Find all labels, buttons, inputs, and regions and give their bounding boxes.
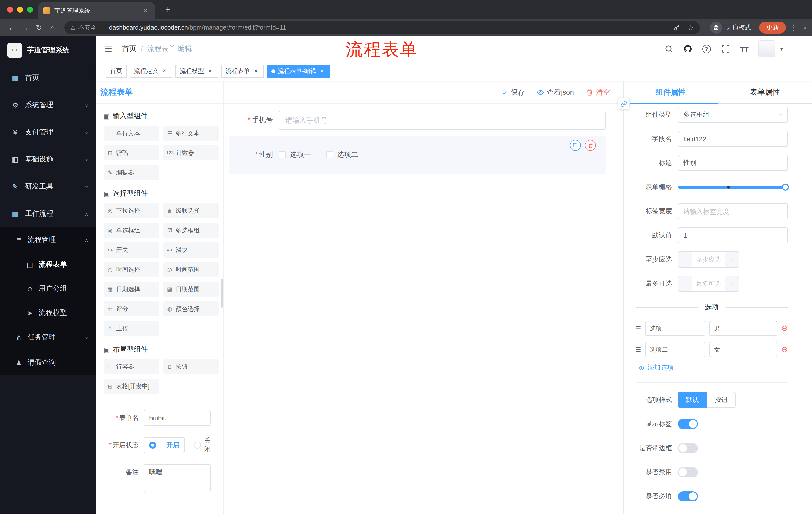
close-window-button[interactable]: [7, 6, 13, 12]
sidebar-item-user-group[interactable]: ☺ 用户分组: [0, 277, 96, 301]
palette-item-counter[interactable]: 123计数器: [163, 145, 219, 160]
switch-disabled[interactable]: [678, 467, 698, 477]
reload-button[interactable]: ↻: [32, 21, 46, 34]
switch-show-label[interactable]: [678, 419, 698, 429]
slider-handle[interactable]: [782, 184, 789, 191]
form-name-field[interactable]: [144, 410, 210, 426]
palette-item-multi-line-text[interactable]: ☰多行文本: [163, 126, 219, 141]
minimize-window-button[interactable]: [17, 6, 23, 12]
default-value-input[interactable]: [678, 227, 788, 243]
sidebar-item-payment-management[interactable]: ¥ 支付管理 ∨: [0, 119, 96, 146]
add-option-button[interactable]: ⊕ 添加选项: [639, 363, 788, 372]
zoom-window-button[interactable]: [27, 6, 33, 12]
remove-option-icon[interactable]: ⊖: [781, 346, 788, 354]
palette-item-upload[interactable]: ↥上传: [104, 321, 159, 336]
address-bar[interactable]: ⚠ 不安全 dashboard.yudao.iocoder.cn/bpm/man…: [64, 21, 700, 34]
forward-button[interactable]: →: [19, 21, 32, 34]
title-input[interactable]: [678, 155, 788, 171]
sidebar-item-infrastructure[interactable]: ◧ 基础设施 ∨: [0, 146, 96, 173]
sidebar-item-process-model[interactable]: ➤ 流程模型: [0, 301, 96, 325]
palette-item-radio-group[interactable]: ◉单选框组: [104, 223, 159, 238]
copy-widget-button[interactable]: [570, 140, 581, 151]
font-size-icon[interactable]: TT: [740, 45, 748, 53]
key-icon[interactable]: [673, 24, 680, 31]
form-grid-slider[interactable]: [678, 183, 788, 191]
avatar[interactable]: [758, 40, 775, 57]
option-value-input[interactable]: [709, 342, 777, 357]
home-button[interactable]: ⌂: [46, 21, 59, 34]
update-button[interactable]: 更新: [759, 22, 786, 34]
palette-item-checkbox-group[interactable]: ☑多选框组: [163, 223, 219, 238]
hamburger-icon[interactable]: ☰: [105, 44, 112, 54]
palette-item-time-range[interactable]: ◶时间范围: [163, 262, 219, 277]
max-select-value[interactable]: 最多可选: [692, 276, 725, 291]
palette-item-password[interactable]: ⊡密码: [104, 145, 159, 160]
tab-form-props[interactable]: 表单属性: [718, 81, 812, 103]
drag-handle-icon[interactable]: ☰: [636, 325, 641, 332]
remove-option-icon[interactable]: ⊖: [781, 324, 788, 332]
back-button[interactable]: ←: [5, 21, 19, 34]
phone-field-row[interactable]: *手机号: [229, 111, 606, 130]
sidebar-item-process-form[interactable]: ▤ 流程表单: [0, 252, 96, 277]
new-tab-button[interactable]: +: [162, 4, 174, 15]
phone-input[interactable]: [279, 111, 606, 130]
label-width-input[interactable]: [678, 203, 788, 219]
palette-item-date-picker[interactable]: ▦日期选择: [104, 282, 159, 297]
tag-process-definition[interactable]: 流程定义 ×: [129, 64, 172, 78]
sidebar-item-dev-tools[interactable]: ✎ 研发工具 ∨: [0, 173, 96, 200]
palette-item-rate[interactable]: ☆评分: [104, 301, 159, 316]
palette-item-table[interactable]: ⊞表格[开发中]: [104, 379, 159, 394]
view-json-button[interactable]: 查看json: [537, 88, 574, 97]
option-style-button-button[interactable]: 按钮: [707, 392, 736, 408]
sidebar-item-task-management[interactable]: ⋔ 任务管理 ∨: [0, 325, 96, 350]
tag-process-form[interactable]: 流程表单 ×: [221, 64, 264, 78]
checkbox-icon[interactable]: [326, 152, 333, 158]
checkbox-icon[interactable]: [279, 152, 286, 158]
palette-item-single-line-text[interactable]: ▭单行文本: [104, 126, 159, 141]
tag-home[interactable]: 首页: [106, 64, 127, 78]
option-value-input[interactable]: [709, 321, 777, 336]
palette-item-switch[interactable]: ⊶开关: [104, 242, 159, 258]
palette-item-button[interactable]: ◘按钮: [163, 359, 219, 374]
drag-handle-icon[interactable]: ☰: [636, 346, 641, 353]
palette-scrollbar[interactable]: [221, 279, 223, 308]
switch-required[interactable]: [678, 491, 698, 502]
minus-button[interactable]: −: [678, 276, 692, 291]
palette-item-select[interactable]: ◎下拉选择: [104, 203, 159, 218]
tag-close-icon[interactable]: ×: [206, 67, 213, 75]
tag-process-model[interactable]: 流程模型 ×: [175, 64, 218, 78]
palette-item-time-picker[interactable]: ◷时间选择: [104, 262, 159, 277]
delete-widget-button[interactable]: [585, 140, 596, 151]
avatar-caret-icon[interactable]: ▾: [780, 46, 783, 52]
gender-widget-selected[interactable]: *性别 选项一 选项二: [229, 136, 606, 174]
switch-border[interactable]: [678, 443, 698, 453]
breadcrumb-home[interactable]: 首页: [122, 44, 137, 53]
checkbox-option-1[interactable]: 选项一: [279, 151, 311, 159]
minus-button[interactable]: −: [678, 252, 692, 267]
status-radio-off[interactable]: 关闭: [194, 436, 210, 454]
plus-button[interactable]: +: [725, 252, 738, 267]
save-button[interactable]: ✓ 保存: [502, 88, 525, 97]
browser-tab[interactable]: 芋道管理系统 ×: [38, 2, 155, 19]
sidebar-item-workflow[interactable]: ▥ 工作流程 ∧: [0, 200, 96, 227]
option-style-default-button[interactable]: 默认: [678, 392, 707, 408]
search-icon[interactable]: [664, 44, 673, 53]
toolbar-collapse-chevron-icon[interactable]: ∨: [803, 25, 807, 30]
palette-item-color-picker[interactable]: ◍颜色选择: [163, 301, 219, 316]
github-icon[interactable]: [683, 44, 692, 53]
palette-item-editor[interactable]: ✎编辑器: [104, 165, 159, 180]
palette-item-slider[interactable]: ⊷滑块: [163, 242, 219, 258]
status-radio-on[interactable]: 开启: [144, 437, 185, 453]
sidebar-item-home[interactable]: ▦ 首页: [0, 64, 96, 91]
fullscreen-icon[interactable]: [721, 44, 730, 53]
copy-link-button[interactable]: [617, 98, 630, 110]
sidebar-item-leave-query[interactable]: ♟ 请假查询: [0, 350, 96, 375]
slider-track[interactable]: [678, 186, 788, 189]
plus-button[interactable]: +: [725, 276, 738, 291]
option-label-input[interactable]: [645, 342, 705, 357]
option-label-input[interactable]: [645, 321, 705, 336]
sidebar-item-system-management[interactable]: ⚙ 系统管理 ∨: [0, 91, 96, 119]
component-type-select[interactable]: 多选框组 ∨: [678, 107, 788, 123]
min-select-value[interactable]: 至少应选: [692, 252, 725, 267]
remark-textarea[interactable]: 嘿嘿: [144, 464, 210, 492]
